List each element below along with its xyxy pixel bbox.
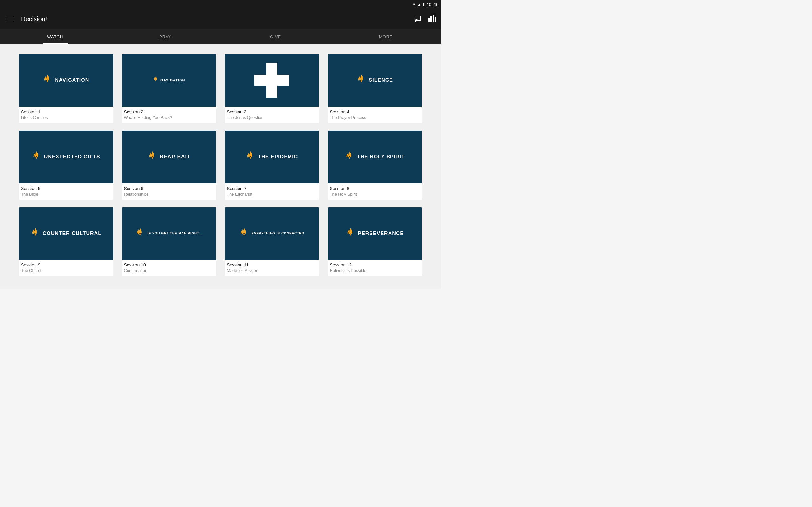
session-thumbnail-8: THE HOLY SPIRIT (328, 130, 422, 183)
flame-icon-5 (32, 151, 41, 163)
session-thumbnail-6: BEAR BAIT (122, 130, 216, 183)
session-thumbnail-1: NAVIGATION (19, 54, 113, 107)
session-info-12: Session 12 Holiness is Possible (328, 260, 422, 276)
session-info-2: Session 2 What's Holding You Back? (122, 107, 216, 123)
flame-icon-11 (240, 228, 248, 239)
session-subtitle-7: The Eucharist (227, 192, 317, 196)
session-card-3[interactable]: Session 3 The Jesus Question (225, 54, 319, 123)
session-card-11[interactable]: EVERYTHING IS CONNECTED Session 11 Made … (225, 207, 319, 276)
session-card-6[interactable]: BEAR BAIT Session 6 Relationships (122, 130, 216, 200)
thumb-label-11: EVERYTHING IS CONNECTED (252, 232, 304, 235)
flame-icon-10 (136, 228, 144, 239)
thumb-label-1: NAVIGATION (55, 77, 89, 83)
session-number-4: Session 4 (330, 109, 420, 114)
session-subtitle-8: The Holy Spirit (330, 192, 420, 196)
session-info-1: Session 1 Life is Choices (19, 107, 113, 123)
session-number-3: Session 3 (227, 109, 317, 114)
session-card-5[interactable]: UNEXPECTED GIFTS Session 5 The Bible (19, 130, 113, 200)
session-subtitle-5: The Bible (21, 192, 111, 196)
signal-icon: ▲ (418, 3, 421, 6)
thumb-label-5: UNEXPECTED GIFTS (44, 154, 100, 160)
thumb-label-8: THE HOLY SPIRIT (357, 154, 405, 160)
content-area: NAVIGATION Session 1 Life is Choices NAV… (0, 44, 441, 289)
session-info-6: Session 6 Relationships (122, 183, 216, 200)
svg-rect-3 (428, 18, 430, 21)
flame-icon-1 (43, 74, 52, 86)
session-thumbnail-12: PERSEVERANCE (328, 207, 422, 260)
menu-button[interactable] (5, 15, 14, 22)
thumb-label-4: SILENCE (369, 77, 393, 83)
tab-give[interactable]: GIVE (220, 29, 331, 44)
session-thumbnail-7: THE EPIDEMIC (225, 130, 319, 183)
session-thumbnail-4: SILENCE (328, 54, 422, 107)
session-subtitle-1: Life is Choices (21, 115, 111, 120)
tab-pray[interactable]: PRAY (110, 29, 221, 44)
svg-rect-5 (433, 14, 434, 21)
flame-icon-8 (345, 151, 354, 163)
battery-icon: ▮ (423, 3, 425, 7)
session-info-8: Session 8 The Holy Spirit (328, 183, 422, 200)
tab-watch[interactable]: WATCH (0, 29, 110, 44)
cast-button[interactable] (415, 15, 423, 23)
session-info-7: Session 7 The Eucharist (225, 183, 319, 200)
session-thumbnail-9: COUNTER CULTURAL (19, 207, 113, 260)
session-card-8[interactable]: THE HOLY SPIRIT Session 8 The Holy Spiri… (328, 130, 422, 200)
session-info-4: Session 4 The Prayer Process (328, 107, 422, 123)
session-subtitle-9: The Church (21, 268, 111, 273)
session-thumbnail-11: EVERYTHING IS CONNECTED (225, 207, 319, 260)
app-bar: Decision! (0, 9, 441, 29)
status-icons: ▼ ▲ ▮ 10:26 (412, 2, 437, 7)
thumb-label-12: PERSEVERANCE (358, 231, 404, 236)
flame-icon-9 (31, 228, 40, 239)
svg-rect-6 (435, 17, 436, 21)
session-subtitle-10: Confirmation (124, 268, 214, 273)
status-bar: ▼ ▲ ▮ 10:26 (0, 0, 441, 9)
tab-more[interactable]: MORE (331, 29, 441, 44)
session-card-12[interactable]: PERSEVERANCE Session 12 Holiness is Poss… (328, 207, 422, 276)
session-thumbnail-2: NAVIGATION (122, 54, 216, 107)
wifi-icon: ▼ (412, 3, 416, 6)
nav-tabs: WATCH PRAY GIVE MORE (0, 29, 441, 44)
session-info-3: Session 3 The Jesus Question (225, 107, 319, 123)
session-thumbnail-3 (225, 54, 319, 107)
flame-icon-2 (153, 76, 159, 85)
session-subtitle-4: The Prayer Process (330, 115, 420, 120)
thumb-label-9: COUNTER CULTURAL (43, 231, 101, 236)
session-subtitle-6: Relationships (124, 192, 214, 196)
session-number-6: Session 6 (124, 186, 214, 191)
svg-rect-4 (430, 16, 432, 21)
session-number-5: Session 5 (21, 186, 111, 191)
session-card-1[interactable]: NAVIGATION Session 1 Life is Choices (19, 54, 113, 123)
session-card-2[interactable]: NAVIGATION Session 2 What's Holding You … (122, 54, 216, 123)
session-card-4[interactable]: SILENCE Session 4 The Prayer Process (328, 54, 422, 123)
app-title: Decision! (21, 15, 409, 23)
flame-icon-12 (346, 228, 355, 239)
thumb-label-7: THE EPIDEMIC (258, 154, 298, 160)
session-number-8: Session 8 (330, 186, 420, 191)
session-info-5: Session 5 The Bible (19, 183, 113, 200)
thumb-label-2: NAVIGATION (160, 78, 185, 82)
sessions-grid: NAVIGATION Session 1 Life is Choices NAV… (19, 54, 422, 276)
flame-icon-4 (357, 74, 366, 86)
status-time: 10:26 (426, 2, 437, 7)
session-info-10: Session 10 Confirmation (122, 260, 216, 276)
session-card-7[interactable]: THE EPIDEMIC Session 7 The Eucharist (225, 130, 319, 200)
thumb-label-10: IF YOU GET THE MAN RIGHT... (148, 232, 202, 235)
session-subtitle-3: The Jesus Question (227, 115, 317, 120)
session-number-12: Session 12 (330, 262, 420, 268)
session-info-9: Session 9 The Church (19, 260, 113, 276)
session-thumbnail-10: IF YOU GET THE MAN RIGHT... (122, 207, 216, 260)
session-card-9[interactable]: COUNTER CULTURAL Session 9 The Church (19, 207, 113, 276)
session-subtitle-2: What's Holding You Back? (124, 115, 214, 120)
session-number-2: Session 2 (124, 109, 214, 114)
session-subtitle-12: Holiness is Possible (330, 268, 420, 273)
app-bar-actions (415, 14, 436, 23)
session-number-7: Session 7 (227, 186, 317, 191)
flame-icon-6 (148, 151, 157, 163)
session-subtitle-11: Made for Mission (227, 268, 317, 273)
session-thumbnail-5: UNEXPECTED GIFTS (19, 130, 113, 183)
chart-button[interactable] (428, 14, 436, 23)
session-number-11: Session 11 (227, 262, 317, 268)
session-number-10: Session 10 (124, 262, 214, 268)
session-card-10[interactable]: IF YOU GET THE MAN RIGHT... Session 10 C… (122, 207, 216, 276)
